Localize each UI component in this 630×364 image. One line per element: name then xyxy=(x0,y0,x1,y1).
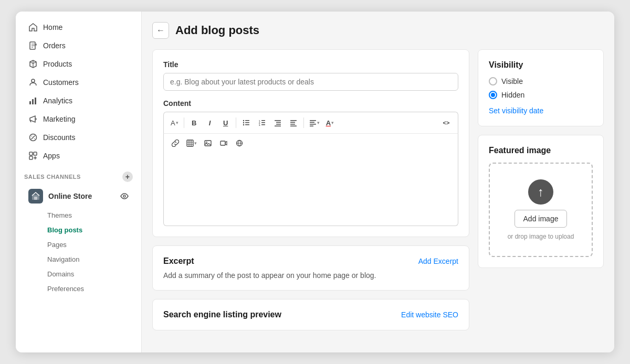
embed-btn[interactable] xyxy=(232,136,247,151)
video-btn[interactable] xyxy=(216,136,231,151)
sidebar-item-home[interactable]: Home xyxy=(20,18,137,36)
underline-btn[interactable]: U xyxy=(218,115,233,130)
sidebar-item-analytics[interactable]: Analytics xyxy=(20,92,137,110)
font-btn: A xyxy=(171,119,175,127)
svg-rect-32 xyxy=(310,120,316,121)
svg-rect-26 xyxy=(276,124,281,125)
svg-rect-2 xyxy=(29,101,31,104)
table-dropdown[interactable]: ▾ xyxy=(184,138,200,148)
ul-btn[interactable] xyxy=(239,115,254,130)
svg-rect-17 xyxy=(245,124,249,125)
image-drop-zone[interactable]: ↑ Add image or drop image to upload xyxy=(489,163,593,257)
svg-rect-41 xyxy=(205,141,211,146)
outdent-btn[interactable] xyxy=(286,115,301,130)
excerpt-card: Excerpt Add Excerpt Add a summary of the… xyxy=(152,245,469,291)
seo-card: Search engine listing preview Edit websi… xyxy=(152,299,469,330)
customers-icon xyxy=(28,78,38,87)
discounts-icon xyxy=(28,133,38,142)
svg-rect-4 xyxy=(35,98,36,104)
font-size-dropdown[interactable]: A ▾ xyxy=(168,117,181,129)
table-arrow-icon: ▾ xyxy=(194,141,197,146)
radio-visible[interactable]: Visible xyxy=(489,77,593,85)
sidebar-item-discounts[interactable]: Discounts xyxy=(20,129,137,146)
radio-hidden[interactable]: Hidden xyxy=(489,91,593,99)
set-visibility-date-link[interactable]: Set visibility date xyxy=(489,106,543,115)
svg-point-13 xyxy=(243,122,244,123)
home-icon xyxy=(28,23,38,32)
svg-rect-33 xyxy=(310,122,314,123)
svg-rect-34 xyxy=(310,124,316,125)
svg-point-12 xyxy=(243,120,244,121)
html-btn[interactable]: <> xyxy=(439,115,454,130)
marketing-icon xyxy=(28,114,38,124)
sidebar-sub-themes[interactable]: Themes xyxy=(20,208,137,222)
svg-rect-30 xyxy=(290,124,295,125)
color-dropdown[interactable]: A ▾ xyxy=(323,117,337,129)
sidebar-item-apps[interactable]: Apps xyxy=(20,147,137,165)
align-dropdown[interactable]: ▾ xyxy=(307,117,322,128)
align-arrow-icon: ▾ xyxy=(317,120,320,125)
color-a: A xyxy=(326,119,331,127)
svg-rect-28 xyxy=(290,120,297,121)
svg-rect-16 xyxy=(245,122,249,123)
drop-hint: or drop image to upload xyxy=(508,233,574,240)
add-excerpt-btn[interactable]: Add Excerpt xyxy=(418,257,458,265)
page-header: ← Add blog posts xyxy=(152,22,604,39)
bold-btn[interactable]: B xyxy=(187,115,202,130)
seo-header: Search engine listing preview Edit websi… xyxy=(163,310,458,319)
svg-point-42 xyxy=(206,142,207,143)
sidebar-item-online-store[interactable]: Online Store xyxy=(20,185,137,208)
indent-btn[interactable] xyxy=(270,115,285,130)
svg-rect-6 xyxy=(29,152,33,155)
italic-btn[interactable]: I xyxy=(203,115,217,130)
products-icon xyxy=(28,59,38,69)
sidebar-sub-preferences[interactable]: Preferences xyxy=(20,282,137,296)
svg-rect-24 xyxy=(275,120,281,121)
svg-rect-15 xyxy=(245,120,249,121)
add-image-button[interactable]: Add image xyxy=(514,210,568,228)
svg-rect-43 xyxy=(220,141,225,145)
radio-hidden-circle xyxy=(489,91,497,99)
content-editor[interactable] xyxy=(163,153,458,226)
ol-btn[interactable]: 1. 2. 3. xyxy=(255,115,269,130)
link-btn[interactable] xyxy=(168,136,183,151)
svg-rect-22 xyxy=(261,122,265,123)
edit-seo-btn[interactable]: Edit website SEO xyxy=(401,311,458,319)
sidebar-sub-blog-posts[interactable]: Blog posts xyxy=(20,223,137,237)
svg-rect-35 xyxy=(310,126,313,127)
excerpt-description: Add a summary of the post to appear on y… xyxy=(163,271,458,280)
add-sales-channel-btn[interactable]: + xyxy=(122,172,133,182)
title-input[interactable] xyxy=(163,73,458,91)
upload-icon: ↑ xyxy=(528,179,553,205)
title-label: Title xyxy=(163,60,458,69)
svg-rect-31 xyxy=(290,126,297,127)
sidebar-sub-domains[interactable]: Domains xyxy=(20,267,137,281)
toolbar-divider xyxy=(184,117,184,128)
visibility-card: Visibility Visible Hidden Set visibility… xyxy=(478,49,604,126)
svg-rect-3 xyxy=(32,99,34,104)
content-label: Content xyxy=(163,99,458,108)
main-column: Title Content A ▾ B xyxy=(152,49,469,330)
sidebar-item-customers[interactable]: Customers xyxy=(20,73,137,91)
svg-rect-7 xyxy=(34,152,37,155)
seo-title: Search engine listing preview xyxy=(163,310,281,319)
svg-rect-25 xyxy=(276,122,281,123)
radio-visible-circle xyxy=(489,77,497,85)
sidebar: Home Orders Products xyxy=(16,12,142,352)
excerpt-title: Excerpt xyxy=(163,256,194,266)
sidebar-item-marketing[interactable]: Marketing xyxy=(20,110,137,128)
svg-rect-36 xyxy=(187,140,193,146)
content-area: Title Content A ▾ B xyxy=(152,49,604,330)
svg-rect-23 xyxy=(261,124,265,125)
sales-channels-section: SALES CHANNELS + xyxy=(16,165,141,184)
sidebar-item-products[interactable]: Products xyxy=(20,55,137,73)
back-button[interactable]: ← xyxy=(152,22,169,39)
page-title: Add blog posts xyxy=(175,24,259,37)
store-icon xyxy=(28,189,43,204)
image-btn[interactable] xyxy=(201,136,215,151)
svg-point-14 xyxy=(243,124,244,125)
sidebar-item-orders[interactable]: Orders xyxy=(20,37,137,55)
sidebar-sub-navigation[interactable]: Navigation xyxy=(20,252,137,266)
sidebar-sub-pages[interactable]: Pages xyxy=(20,238,137,252)
eye-icon[interactable] xyxy=(120,192,129,200)
